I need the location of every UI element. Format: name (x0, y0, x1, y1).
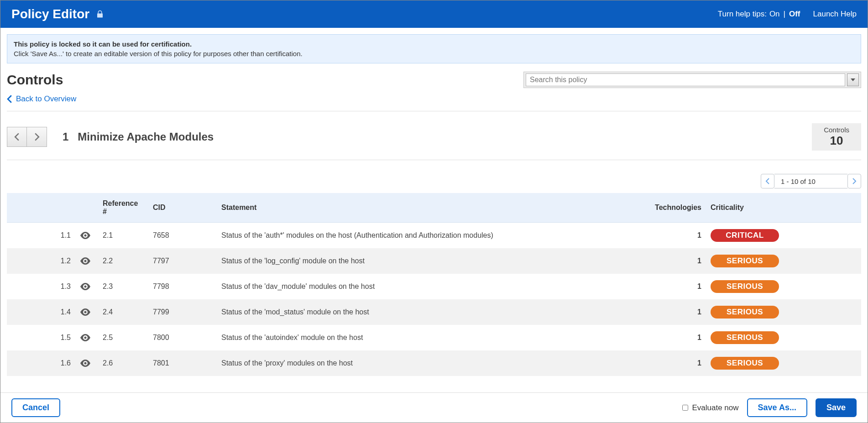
table-row[interactable]: 1.42.47799Status of the 'mod_status' mod… (7, 299, 861, 325)
cell-eye[interactable] (75, 376, 98, 380)
back-to-overview-link[interactable]: Back to Overview (7, 94, 76, 104)
page-next-button[interactable] (847, 174, 861, 188)
cell-index: 1.5 (7, 325, 75, 350)
controls-heading-row: Controls (7, 72, 861, 88)
info-banner-line1: This policy is locked so it can be used … (14, 39, 854, 49)
help-tips-label: Turn help tips: (718, 10, 767, 19)
th-blank2 (75, 193, 98, 223)
th-technologies[interactable]: Technologies (638, 193, 706, 223)
cell-reference: 2.6 (98, 350, 148, 376)
table-row[interactable]: 1.52.57800Status of the 'autoindex' modu… (7, 325, 861, 350)
cell-statement: Status of the 'auth*' modules on the hos… (217, 223, 638, 249)
page-range-row: 1 - 10 of 10 (7, 174, 861, 188)
criticality-badge: SERIOUS (711, 331, 779, 344)
chevron-right-icon (34, 133, 40, 141)
criticality-badge: SERIOUS (711, 357, 779, 370)
search-dropdown-trigger[interactable] (847, 73, 859, 86)
chevron-right-icon (852, 178, 857, 184)
section-left: 1 Minimize Apache Modules (7, 127, 214, 147)
section-header-row: 1 Minimize Apache Modules Controls 10 (7, 123, 861, 160)
cell-technologies: 1 (638, 350, 706, 376)
info-banner: This policy is locked so it can be used … (7, 34, 861, 63)
cancel-button[interactable]: Cancel (11, 398, 60, 417)
cell-index: 1.2 (7, 248, 75, 274)
chevron-left-icon (765, 178, 770, 184)
evaluate-now-label: Evaluate now (692, 403, 738, 413)
page-range-text: 1 - 10 of 10 (774, 174, 847, 188)
chevron-left-icon (14, 133, 20, 141)
cell-statement: Status of the 'mod_status' module on the… (217, 299, 638, 325)
criticality-badge: SERIOUS (711, 280, 779, 293)
cell-cid: 7799 (148, 299, 217, 325)
cell-criticality: SERIOUS (706, 376, 861, 380)
cell-statement: Status of the 'proxy' modules on the hos… (217, 350, 638, 376)
section-title: Minimize Apache Modules (78, 131, 214, 143)
table-row[interactable]: 1.72.77802Status of the 'UserDir' direct… (7, 376, 861, 380)
cell-statement: Status of the 'log_config' module on the… (217, 248, 638, 274)
table-header-row: Reference # CID Statement Technologies C… (7, 193, 861, 223)
cell-reference: 2.4 (98, 299, 148, 325)
evaluate-now-row[interactable]: Evaluate now (682, 403, 738, 413)
back-row: Back to Overview (7, 94, 861, 111)
help-tips-toggle: Turn help tips: On | Off (718, 10, 800, 19)
criticality-badge: SERIOUS (711, 306, 779, 319)
th-criticality[interactable]: Criticality (706, 193, 861, 223)
th-blank1 (7, 193, 75, 223)
cell-technologies: 1 (638, 376, 706, 380)
lock-icon (96, 10, 104, 19)
th-cid[interactable]: CID (148, 193, 217, 223)
section-next-button[interactable] (27, 127, 47, 147)
table-row[interactable]: 1.32.37798Status of the 'dav_module' mod… (7, 274, 861, 299)
help-tips-off[interactable]: Off (789, 10, 800, 19)
table-row[interactable]: 1.22.27797Status of the 'log_config' mod… (7, 248, 861, 274)
cell-eye[interactable] (75, 299, 98, 325)
evaluate-now-checkbox[interactable] (682, 405, 688, 411)
section-prev-button[interactable] (7, 127, 27, 147)
search-wrapper (523, 72, 861, 88)
table-row[interactable]: 1.62.67801Status of the 'proxy' modules … (7, 350, 861, 376)
cell-eye[interactable] (75, 248, 98, 274)
cell-eye[interactable] (75, 274, 98, 299)
controls-table-scroll[interactable]: Reference # CID Statement Technologies C… (7, 193, 861, 380)
controls-table-wrap: Reference # CID Statement Technologies C… (7, 193, 861, 380)
cell-technologies: 1 (638, 299, 706, 325)
cell-index: 1.3 (7, 274, 75, 299)
cell-cid: 7802 (148, 376, 217, 380)
info-banner-line2: Click 'Save As...' to create an editable… (14, 49, 854, 58)
cell-cid: 7800 (148, 325, 217, 350)
cell-reference: 2.7 (98, 376, 148, 380)
search-input[interactable] (526, 73, 845, 86)
help-tips-on[interactable]: On (769, 10, 780, 19)
save-button[interactable]: Save (816, 398, 857, 417)
launch-help-link[interactable]: Launch Help (813, 10, 857, 19)
eye-icon (80, 360, 91, 367)
cell-index: 1.4 (7, 299, 75, 325)
section-pager (7, 127, 47, 147)
cell-criticality: SERIOUS (706, 350, 861, 376)
eye-icon (80, 232, 91, 239)
table-row[interactable]: 1.12.17658Status of the 'auth*' modules … (7, 223, 861, 249)
footer-right: Evaluate now Save As... Save (682, 398, 857, 417)
cell-criticality: SERIOUS (706, 274, 861, 299)
page-prev-button[interactable] (761, 174, 774, 188)
cell-reference: 2.5 (98, 325, 148, 350)
eye-icon (80, 308, 91, 316)
cell-criticality: CRITICAL (706, 223, 861, 249)
th-reference[interactable]: Reference # (98, 193, 148, 223)
cell-technologies: 1 (638, 248, 706, 274)
th-statement[interactable]: Statement (217, 193, 638, 223)
criticality-badge: SERIOUS (711, 255, 779, 267)
footer-left: Cancel (11, 398, 60, 417)
save-as-button[interactable]: Save As... (747, 398, 807, 417)
header-bar: Policy Editor Turn help tips: On | Off L… (0, 0, 868, 28)
controls-count-value: 10 (824, 134, 849, 148)
header-right: Turn help tips: On | Off Launch Help (718, 10, 857, 19)
cell-eye[interactable] (75, 223, 98, 249)
cell-eye[interactable] (75, 325, 98, 350)
controls-heading: Controls (7, 72, 63, 88)
help-tips-separator: | (784, 10, 785, 19)
cell-reference: 2.2 (98, 248, 148, 274)
cell-eye[interactable] (75, 350, 98, 376)
cell-index: 1.1 (7, 223, 75, 249)
cell-statement: Status of the 'dav_module' modules on th… (217, 274, 638, 299)
